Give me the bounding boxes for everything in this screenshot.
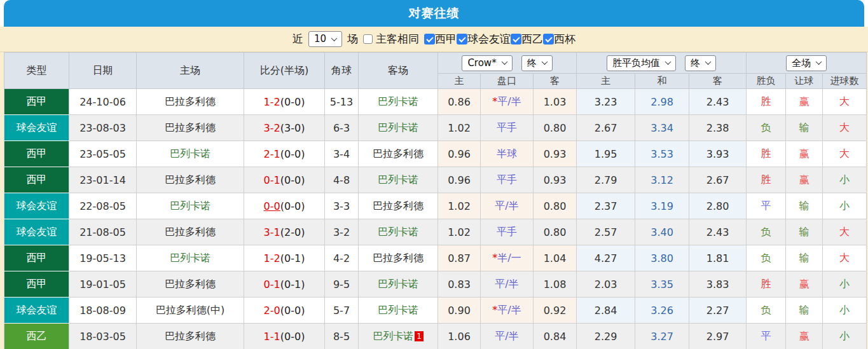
goals-result-cell: 大 bbox=[823, 115, 867, 141]
col-header-date: 日期 bbox=[69, 53, 137, 89]
col-header-type: 类型 bbox=[4, 53, 69, 89]
home-team-link[interactable]: 巴拉多利德 bbox=[165, 278, 216, 290]
away-team-link[interactable]: 巴列卡诺 bbox=[378, 304, 418, 316]
away-team-link[interactable]: 巴列卡诺 bbox=[378, 174, 418, 186]
match-type-cell: 球会友谊 bbox=[4, 193, 69, 219]
handicap-result-cell: 赢 bbox=[786, 324, 823, 349]
away-team-link[interactable]: 巴列卡诺 bbox=[378, 278, 418, 290]
crown-away-odds-cell: 0.84 bbox=[534, 324, 577, 349]
col-header-score: 比分(半场) bbox=[244, 53, 325, 89]
goals-result-cell: 大 bbox=[823, 219, 867, 245]
corner-cell: 4-2 bbox=[325, 245, 359, 271]
handicap-value: 平手 bbox=[497, 226, 517, 238]
away-team-cell: 巴列卡诺1 bbox=[359, 324, 438, 349]
match-type-cell: 球会友谊 bbox=[4, 115, 69, 141]
scope-select[interactable]: 全场 bbox=[786, 55, 827, 71]
handicap-value: 平手 bbox=[497, 174, 517, 186]
count-badge: 1 bbox=[415, 331, 424, 341]
home-team-link[interactable]: 巴列卡诺 bbox=[170, 147, 210, 160]
avg-odds-group-header: 胜平负均值 终 bbox=[577, 53, 747, 74]
away-team-link[interactable]: 巴列卡诺 bbox=[373, 330, 413, 342]
subheader-crown-home: 主 bbox=[438, 74, 481, 89]
avg-away-odds-cell: 1.81 bbox=[689, 245, 747, 271]
avg-stage-value: 终 bbox=[691, 57, 700, 69]
table-container: 类型 日期 主场 比分(半场) 角球 客场 Crow* 终 bbox=[0, 52, 868, 349]
goals-result-cell: 大 bbox=[823, 245, 867, 271]
home-team-link[interactable]: 巴列卡诺 bbox=[170, 200, 210, 212]
crown-away-odds-cell: 0.80 bbox=[534, 115, 577, 141]
recent-count-select[interactable]: 10 bbox=[308, 31, 342, 47]
col-header-away: 客场 bbox=[359, 53, 438, 89]
date-cell: 19-05-13 bbox=[69, 245, 137, 271]
home-team-link[interactable]: 巴拉多利德(中) bbox=[156, 304, 224, 316]
odds-source-select[interactable]: Crow* bbox=[462, 55, 512, 71]
handicap-value: 平/半 bbox=[497, 95, 521, 107]
subheader-goals: 进球数 bbox=[823, 74, 867, 89]
away-team-link[interactable]: 巴拉多利德 bbox=[373, 252, 424, 264]
odds-source-value: Crow* bbox=[467, 57, 496, 69]
crown-away-odds-cell: 0.80 bbox=[534, 193, 577, 219]
away-team-link[interactable]: 巴拉多利德 bbox=[373, 200, 424, 212]
home-team-link[interactable]: 巴拉多利德 bbox=[165, 95, 216, 107]
away-team-link[interactable]: 巴列卡诺 bbox=[378, 226, 418, 238]
halftime-score: (0-0) bbox=[280, 331, 305, 343]
crown-home-odds-cell: 1.06 bbox=[438, 324, 481, 349]
handicap-cell: 平手 bbox=[481, 167, 534, 193]
match-type-cell: 球会友谊 bbox=[4, 219, 69, 245]
avg-home-odds-cell: 2.79 bbox=[577, 167, 635, 193]
h2h-table: 类型 日期 主场 比分(半场) 角球 客场 Crow* 终 bbox=[4, 52, 867, 349]
halftime-score: (0-1) bbox=[280, 278, 305, 291]
crown-away-odds-cell: 0.93 bbox=[534, 167, 577, 193]
odds-stage-value: 终 bbox=[527, 57, 537, 69]
home-team-cell: 巴列卡诺 bbox=[137, 245, 244, 271]
score-cell: 1-2(0-1) bbox=[244, 245, 325, 271]
handicap-result-cell: 输 bbox=[786, 115, 823, 141]
corner-cell: 5-13 bbox=[325, 89, 359, 115]
match-type-cell: 西甲 bbox=[4, 271, 69, 298]
home-team-link[interactable]: 巴拉多利德 bbox=[165, 330, 216, 342]
avg-type-select[interactable]: 胜平负均值 bbox=[607, 55, 676, 71]
col-header-home: 主场 bbox=[137, 53, 244, 89]
crown-home-odds-cell: 0.83 bbox=[438, 271, 481, 298]
corner-cell: 8-5 bbox=[325, 324, 359, 349]
goals-result-cell: 小 bbox=[823, 298, 867, 324]
chevron-down-icon bbox=[816, 58, 822, 65]
table-row: 西乙 18-03-05 巴拉多利德 1-1(0-0) 8-5 巴列卡诺1 1.0… bbox=[4, 324, 867, 349]
home-team-link[interactable]: 巴拉多利德 bbox=[165, 174, 216, 186]
matches-tbody: 西甲 24-10-06 巴拉多利德 1-2(0-0) 5-13 巴列卡诺 0.8… bbox=[4, 89, 867, 349]
away-team-link[interactable]: 巴列卡诺 bbox=[378, 121, 418, 133]
home-team-link[interactable]: 巴列卡诺 bbox=[170, 252, 210, 264]
handicap-value: 半/一 bbox=[497, 252, 521, 264]
league-checkbox-copa[interactable] bbox=[543, 34, 554, 44]
odds-stage-select[interactable]: 终 bbox=[521, 55, 553, 71]
home-team-cell: 巴拉多利德 bbox=[137, 89, 244, 115]
crown-away-odds-cell: 0.80 bbox=[534, 219, 577, 245]
avg-home-odds-cell: 2.84 bbox=[577, 298, 635, 324]
title-bar: 对赛往绩 bbox=[4, 0, 864, 27]
avg-home-odds-cell: 2.67 bbox=[577, 115, 635, 141]
avg-home-odds-cell: 2.37 bbox=[577, 193, 635, 219]
avg-draw-odds-cell: 3.12 bbox=[635, 167, 689, 193]
away-team-link[interactable]: 巴列卡诺 bbox=[378, 95, 418, 107]
home-team-link[interactable]: 巴拉多利德 bbox=[165, 121, 216, 133]
avg-type-value: 胜平负均值 bbox=[612, 57, 660, 69]
result-cell: 负 bbox=[747, 115, 786, 141]
handicap-result-cell: 输 bbox=[786, 245, 823, 271]
table-row: 西甲 23-05-05 巴列卡诺 2-1(0-0) 3-4 巴拉多利德 0.96… bbox=[4, 141, 867, 167]
subheader-handicap-result: 让球 bbox=[786, 74, 823, 89]
match-type-cell: 西乙 bbox=[4, 324, 69, 349]
fulltime-score: 2-0 bbox=[264, 305, 280, 317]
recent-label: 近 bbox=[293, 32, 303, 46]
date-cell: 24-10-06 bbox=[69, 89, 137, 115]
avg-stage-select[interactable]: 终 bbox=[685, 55, 716, 71]
league-checkbox-laliga2[interactable] bbox=[511, 34, 521, 44]
home-team-cell: 巴拉多利德 bbox=[137, 219, 244, 245]
home-team-link[interactable]: 巴拉多利德 bbox=[165, 226, 216, 238]
same-venue-checkbox[interactable] bbox=[363, 34, 373, 44]
avg-home-odds-cell: 1.95 bbox=[577, 141, 635, 167]
away-team-link[interactable]: 巴拉多利德 bbox=[373, 147, 424, 160]
match-type-cell: 西甲 bbox=[4, 89, 69, 115]
league-checkbox-laliga[interactable] bbox=[424, 34, 435, 44]
corner-cell: 4-8 bbox=[325, 167, 359, 193]
league-checkbox-friendly[interactable] bbox=[457, 34, 467, 44]
